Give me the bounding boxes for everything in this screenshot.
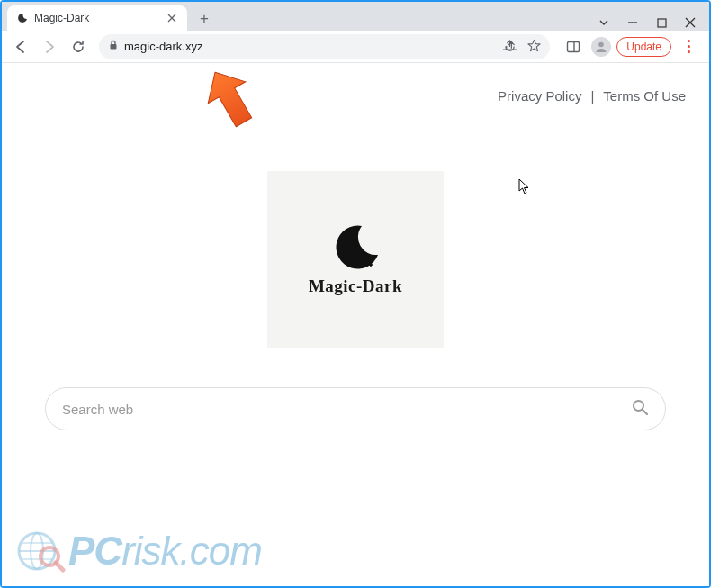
update-button[interactable]: Update (616, 37, 671, 57)
watermark-globe-icon (14, 525, 67, 577)
profile-avatar[interactable] (591, 37, 611, 57)
window-controls (598, 16, 709, 31)
search-icon[interactable] (631, 398, 649, 420)
watermark: PCrisk.com (14, 525, 262, 577)
search-box[interactable] (45, 387, 666, 430)
watermark-text: PCrisk.com (68, 529, 262, 574)
new-tab-button[interactable]: + (193, 7, 216, 31)
top-nav: Privacy Policy | Terms Of Use (498, 88, 686, 104)
chevron-down-icon[interactable] (598, 16, 610, 29)
star-icon[interactable] (527, 39, 541, 55)
search-input[interactable] (62, 402, 631, 417)
tab-title: Magic-Dark (34, 12, 160, 24)
toolbar: magic-dark.xyz Update (2, 31, 709, 63)
svg-line-7 (643, 410, 647, 414)
reload-button[interactable] (65, 33, 92, 60)
minimize-icon[interactable] (626, 16, 639, 29)
lock-icon (108, 40, 119, 53)
terms-link[interactable]: Terms Of Use (603, 88, 686, 104)
svg-rect-2 (111, 44, 117, 50)
nav-separator: | (590, 88, 594, 104)
browser-tab[interactable]: Magic-Dark (7, 5, 187, 31)
svg-rect-3 (568, 41, 580, 51)
side-panel-icon[interactable] (561, 34, 586, 59)
back-button[interactable] (7, 33, 34, 60)
svg-point-5 (598, 41, 604, 47)
tab-bar: Magic-Dark + (2, 2, 709, 31)
tab-close-icon[interactable] (166, 12, 178, 24)
close-icon[interactable] (684, 16, 697, 29)
callout-arrow-icon (204, 67, 258, 133)
logo-text: Magic-Dark (309, 276, 402, 296)
share-icon[interactable] (503, 39, 517, 55)
forward-button[interactable] (36, 33, 63, 60)
browser-window: Magic-Dark + (0, 0, 711, 588)
maximize-icon[interactable] (655, 16, 668, 29)
svg-rect-1 (658, 19, 666, 27)
url-text: magic-dark.xyz (124, 40, 498, 53)
cursor-icon (518, 178, 531, 198)
favicon-icon (16, 12, 29, 24)
moon-icon (331, 222, 380, 271)
address-bar[interactable]: magic-dark.xyz (99, 34, 550, 59)
privacy-link[interactable]: Privacy Policy (498, 88, 581, 104)
svg-line-14 (56, 563, 63, 570)
page-content: Privacy Policy | Terms Of Use Magic-Dark (2, 63, 709, 586)
menu-icon[interactable] (677, 40, 700, 53)
search-container (45, 387, 666, 430)
site-logo: Magic-Dark (267, 171, 444, 348)
